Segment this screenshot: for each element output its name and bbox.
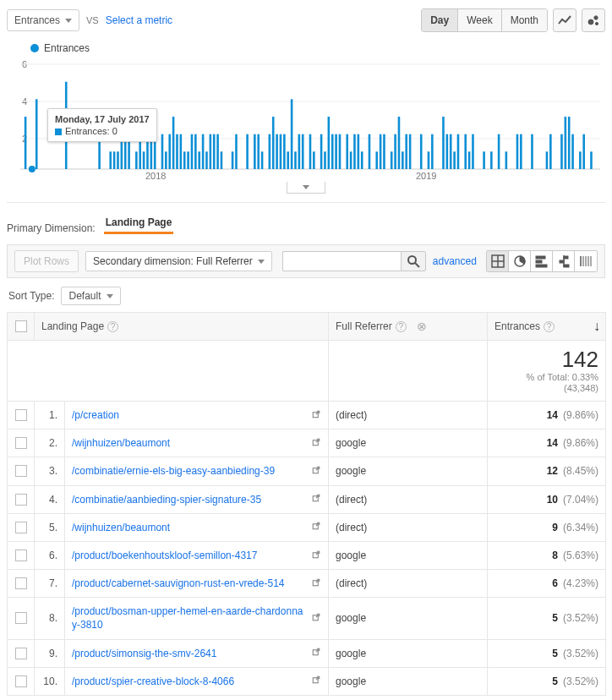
svg-rect-102: [568, 117, 571, 169]
landing-page-link[interactable]: /product/cabernet-sauvignon-rust-en-vred…: [72, 577, 284, 590]
referrer-cell: google: [329, 667, 488, 695]
sort-type-value: Default: [68, 290, 101, 302]
timeseries-chart[interactable]: 6 4 2 2018 2019 Monday, 17 July 2017 Ent…: [12, 57, 600, 180]
svg-rect-40: [221, 151, 223, 169]
advanced-filter-link[interactable]: advanced: [433, 255, 477, 267]
svg-rect-26: [168, 134, 171, 169]
motion-chart-toggle[interactable]: [582, 8, 605, 32]
svg-rect-31: [187, 151, 189, 169]
open-external-icon[interactable]: [311, 675, 321, 687]
landing-page-link[interactable]: /p/creation: [72, 408, 119, 422]
granularity-day[interactable]: Day: [422, 9, 458, 31]
svg-rect-32: [191, 134, 194, 169]
select-all-checkbox[interactable]: [15, 320, 27, 332]
svg-rect-89: [468, 151, 471, 169]
table-row: 3./combinatie/ernie-els-big-easy-aanbied…: [8, 457, 606, 485]
header-entrances[interactable]: Entrances? ↓: [488, 313, 606, 341]
view-performance[interactable]: [531, 251, 553, 271]
svg-rect-13: [113, 151, 116, 169]
svg-rect-106: [590, 151, 593, 169]
row-checkbox[interactable]: [15, 550, 27, 561]
svg-rect-104: [579, 151, 582, 169]
open-external-icon[interactable]: [311, 521, 321, 533]
svg-rect-72: [380, 134, 382, 169]
referrer-cell: (direct): [329, 401, 488, 429]
view-percentage[interactable]: [509, 251, 531, 271]
svg-rect-74: [391, 151, 393, 169]
row-checkbox[interactable]: [15, 465, 27, 477]
row-checkbox[interactable]: [15, 577, 27, 589]
landing-page-link[interactable]: /combinatie/ernie-els-big-easy-aanbiedin…: [72, 464, 275, 478]
open-external-icon[interactable]: [311, 647, 321, 659]
select-metric-link[interactable]: Select a metric: [106, 14, 172, 26]
landing-page-link[interactable]: /combinatie/aanbieding-spier-signature-3…: [72, 493, 261, 506]
landing-page-link[interactable]: /wijnhuizen/beaumont: [72, 521, 170, 534]
pie-icon: [513, 254, 527, 268]
help-icon[interactable]: ?: [544, 321, 555, 332]
table-row: 5./wijnhuizen/beaumont(direct)9(6.34%): [8, 513, 606, 541]
open-external-icon[interactable]: [311, 577, 321, 590]
entrances-cell: 5(3.52%): [488, 598, 606, 639]
legend-dot-icon: [30, 44, 39, 52]
row-checkbox[interactable]: [15, 675, 27, 687]
primary-dimension-label: Primary Dimension:: [7, 222, 96, 234]
svg-rect-14: [117, 151, 119, 169]
line-chart-toggle[interactable]: [553, 8, 576, 32]
svg-rect-50: [280, 134, 282, 169]
chart-tooltip: Monday, 17 July 2017 Entrances: 0: [47, 108, 157, 142]
open-external-icon[interactable]: [311, 409, 321, 422]
expand-chart-button[interactable]: [287, 182, 325, 194]
primary-metric-dropdown[interactable]: Entrances: [7, 9, 79, 31]
header-landing-page[interactable]: Landing Page?: [35, 313, 329, 341]
landing-page-link[interactable]: /wijnhuizen/beaumont: [72, 436, 170, 450]
svg-rect-41: [232, 151, 234, 169]
landing-page-link[interactable]: /product/boekenhoutskloof-semillon-4317: [72, 549, 257, 562]
header-full-referrer[interactable]: Full Referrer?⊗: [329, 313, 488, 341]
landing-page-link[interactable]: /product/bosman-upper-hemel-en-aarde-cha…: [72, 604, 306, 632]
svg-rect-12: [109, 151, 112, 169]
table-search-input[interactable]: [282, 251, 401, 271]
remove-dimension-icon[interactable]: ⊗: [417, 320, 427, 333]
row-checkbox[interactable]: [15, 522, 27, 533]
row-checkbox[interactable]: [15, 648, 27, 659]
view-data-table[interactable]: [487, 251, 509, 271]
svg-point-2: [595, 22, 598, 25]
help-icon[interactable]: ?: [396, 321, 407, 332]
svg-rect-91: [483, 151, 485, 169]
table-search-button[interactable]: [401, 251, 426, 271]
landing-page-cell: /wijnhuizen/beaumont: [65, 429, 329, 457]
svg-rect-90: [472, 134, 474, 169]
landing-page-cell: /p/creation: [65, 401, 329, 429]
svg-point-7: [29, 166, 36, 172]
row-checkbox[interactable]: [15, 409, 27, 421]
row-checkbox[interactable]: [15, 437, 27, 449]
header-full-referrer-label: Full Referrer: [336, 320, 392, 332]
secondary-dimension-label: Secondary dimension: Full Referrer: [93, 255, 253, 267]
referrer-cell: google: [329, 598, 488, 639]
view-pivot[interactable]: [575, 251, 597, 271]
row-index: 5.: [35, 513, 65, 541]
open-external-icon[interactable]: [311, 550, 321, 562]
sort-type-dropdown[interactable]: Default: [61, 287, 120, 305]
granularity-month[interactable]: Month: [502, 9, 547, 31]
svg-rect-51: [283, 134, 286, 169]
granularity-week[interactable]: Week: [458, 9, 501, 31]
svg-rect-64: [339, 134, 342, 169]
help-icon[interactable]: ?: [107, 321, 118, 332]
primary-dimension-tab[interactable]: Landing Page: [104, 213, 174, 234]
sort-desc-icon: ↓: [593, 319, 600, 334]
open-external-icon[interactable]: [311, 465, 321, 478]
view-comparison[interactable]: [553, 251, 575, 271]
svg-rect-39: [216, 134, 219, 169]
landing-page-link[interactable]: /product/simonsig-the-smv-2641: [72, 647, 216, 660]
row-checkbox[interactable]: [15, 612, 27, 624]
entrances-cell: 14(9.86%): [488, 401, 606, 429]
entrances-cell: 14(9.86%): [488, 429, 606, 457]
open-external-icon[interactable]: [311, 612, 321, 625]
secondary-dimension-dropdown[interactable]: Secondary dimension: Full Referrer: [85, 251, 272, 271]
landing-page-link[interactable]: /product/spier-creative-block-8-4066: [72, 675, 234, 688]
row-checkbox[interactable]: [15, 494, 27, 506]
open-external-icon[interactable]: [311, 493, 321, 506]
search-icon: [407, 254, 420, 268]
open-external-icon[interactable]: [311, 437, 321, 450]
